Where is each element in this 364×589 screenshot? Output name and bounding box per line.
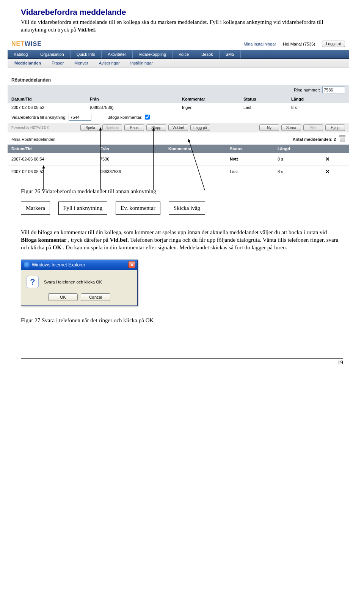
col-status: Status — [240, 95, 287, 103]
body-paragraph-2: Vill du bifoga en kommentar till din kol… — [21, 228, 343, 252]
t: , tryck därefter på — [68, 237, 110, 243]
label-boxes: Markera Fyll i anknytning Ev. kommentar … — [21, 202, 343, 215]
ring-number-input[interactable] — [322, 87, 345, 93]
col2-len: Längd — [274, 145, 322, 153]
box-markera: Markera — [21, 202, 50, 215]
btn-ny[interactable]: Ny — [259, 124, 279, 131]
btn-paus[interactable]: Paus — [124, 124, 144, 131]
delete-row-icon[interactable]: ✕ — [325, 156, 330, 162]
row-status: Läst — [226, 165, 274, 178]
col-kommentar: Kommentar — [178, 95, 240, 103]
btn-hjalp[interactable]: Hjälp — [325, 124, 345, 131]
subtab-installningar[interactable]: Inställningar — [125, 59, 158, 67]
close-icon[interactable]: ✕ — [128, 261, 135, 268]
intro-paragraph: Vill du vidarebefordra ett meddelande ti… — [21, 18, 343, 34]
intro-bold: Vid.bef. — [77, 27, 96, 33]
screenshot-figure-26: NETWISE Mina inställningar Hej Maria! (7… — [8, 38, 349, 178]
btn-spela[interactable]: Spela — [80, 124, 100, 131]
detail-table: Datum/Tid Från Kommentar Status Längd 20… — [8, 95, 349, 112]
logout-button[interactable]: Logga ut — [322, 41, 345, 47]
btn-ater[interactable]: Åter — [303, 124, 323, 131]
tab-organisation[interactable]: Organisation — [34, 50, 70, 58]
detail-status: Läst — [240, 103, 287, 112]
powered-by: Powered by NETWISE © — [11, 126, 53, 129]
row-comment — [165, 153, 226, 165]
ie-dialog: Windows Internet Explorer ✕ ? Svara i te… — [21, 260, 138, 306]
t: Vill du bifoga en kommentar till din kol… — [21, 229, 327, 235]
dialog-title: Windows Internet Explorer — [32, 262, 85, 268]
col-fran: Från — [86, 95, 178, 103]
tab-aktiviteter[interactable]: Aktiviteter — [102, 50, 132, 58]
tab-katalog[interactable]: Katalog — [8, 50, 34, 58]
dialog-message: Svara i telefonen och klicka OK — [44, 280, 102, 284]
delete-row-icon[interactable]: ✕ — [325, 169, 330, 175]
logo-net: NET — [11, 41, 25, 47]
col2-from: Från — [96, 145, 165, 153]
col2-dt: Datum/Tid — [8, 145, 96, 153]
row-from: 7536 — [96, 153, 165, 165]
list-table: Datum/Tid Från Kommentar Status Längd 20… — [8, 145, 349, 178]
subtab-aviseringar[interactable]: Aviseringar — [94, 59, 125, 67]
antal-meddelanden: Antal meddelanden: 2 — [293, 137, 336, 142]
t: . Du kan nu spela in din kommentar efter… — [63, 244, 287, 250]
intro-text: Vill du vidarebefordra ett meddelande ti… — [21, 19, 323, 33]
subtab-menyer[interactable]: Menyer — [69, 59, 94, 67]
col-langd: Längd — [287, 95, 349, 103]
bifoga-checkbox[interactable] — [145, 115, 150, 120]
figure-27-caption: Figur 27 Svara i telefonen när det ringe… — [21, 317, 343, 324]
row-status: Nytt — [226, 153, 274, 165]
subtab-meddelanden[interactable]: Meddelanden — [9, 59, 46, 67]
detail-dt: 2007-02-06 08:52 — [8, 103, 86, 112]
trash-icon[interactable] — [340, 136, 345, 142]
col2-comment: Kommentar — [165, 145, 226, 153]
detail-from: (086337536) — [86, 103, 178, 112]
t: OK — [53, 244, 61, 250]
fwd-label: Vidarebefordra till anknytning: — [11, 115, 66, 120]
btn-lagg-pa[interactable]: Lägg på — [190, 124, 210, 131]
box-fyll: Fyll i anknytning — [58, 202, 107, 215]
page-number: 19 — [21, 359, 343, 366]
tab-besok[interactable]: Besök — [195, 50, 220, 58]
detail-len: 8 s — [287, 103, 349, 112]
box-skicka: Skicka iväg — [169, 202, 205, 215]
logo: NETWISE — [11, 41, 42, 47]
link-mina-installningar[interactable]: Mina inställningar — [243, 42, 276, 46]
tab-quickinfo[interactable]: Quick Info — [71, 50, 102, 58]
detail-comment: Ingen — [178, 103, 240, 112]
row-from: 086337536 — [96, 165, 165, 178]
tab-voice[interactable]: Voice — [173, 50, 195, 58]
page-title: Vidarebefordra meddelande — [21, 8, 343, 17]
main-tabs: Katalog Organisation Quick Info Aktivite… — [8, 50, 349, 59]
mina-title: Mina Röstmeddelanden — [11, 137, 55, 142]
section-title: Röstmeddelanden — [8, 68, 349, 85]
btn-spela-in[interactable]: Spela in — [102, 124, 122, 131]
ring-label: Ring nummer: — [294, 88, 320, 92]
col2-status: Status — [226, 145, 274, 153]
bifoga-label: Bifoga kommentar: — [107, 115, 142, 120]
cancel-button[interactable]: Cancel — [81, 293, 110, 301]
ie-icon — [24, 262, 30, 268]
fwd-input[interactable] — [69, 114, 91, 121]
btn-vidbef[interactable]: Vid.bef — [168, 124, 188, 131]
col-datumtid: Datum/Tid — [8, 95, 86, 103]
btn-stopp[interactable]: Stopp — [146, 124, 166, 131]
tab-sms[interactable]: SMS — [220, 50, 241, 58]
t: Bifoga kommentar — [21, 237, 66, 243]
sub-tabs: Meddelanden Fraser Menyer Aviseringar In… — [8, 59, 349, 68]
subtab-fraser[interactable]: Fraser — [46, 59, 69, 67]
t: Vid.bef. — [110, 237, 129, 243]
row-dt[interactable]: 2007-02-06 08:54 — [8, 153, 96, 165]
btn-spara[interactable]: Spara — [281, 124, 301, 131]
figure-26-caption: Figur 26 Vidarebefordra meddelandet till… — [21, 188, 343, 195]
tab-vidarekoppling[interactable]: Vidarekoppling — [133, 50, 173, 58]
greeting: Hej Maria! (7536) — [283, 42, 315, 46]
logo-wise: WISE — [25, 41, 42, 47]
footer-rule — [21, 358, 343, 359]
row-comment — [165, 165, 226, 178]
box-ev-kommentar: Ev. kommentar — [116, 202, 160, 215]
row-dt[interactable]: 2007-02-06 08:52 — [8, 165, 96, 178]
question-icon: ? — [27, 276, 39, 288]
ok-button[interactable]: OK — [48, 293, 78, 301]
row-len: 8 s — [274, 165, 322, 178]
row-len: 8 s — [274, 153, 322, 165]
